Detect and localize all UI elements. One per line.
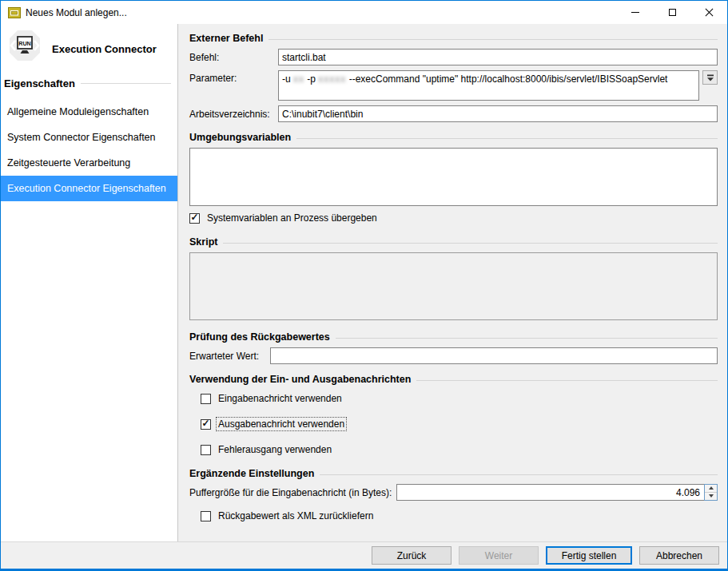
puffergroesse-spinner: [396, 484, 718, 501]
ausgabenachricht-checkbox-row: ✓ Ausgabenachricht verwenden: [201, 417, 718, 431]
zurueck-button[interactable]: Zurück: [372, 546, 452, 565]
spinner-down-button[interactable]: [705, 493, 717, 501]
group-skript: Skript: [189, 236, 718, 248]
main-panel: Externer Befehl Befehl: Parameter: -u xx…: [178, 24, 727, 541]
group-title: Skript: [189, 236, 217, 248]
group-rule: [269, 39, 718, 40]
parameter-label: Parameter:: [189, 73, 278, 84]
group-title: Verwendung der Ein- und Ausgabenachricht…: [189, 374, 411, 385]
weiter-button: Weiter: [459, 546, 539, 565]
group-rule: [223, 243, 718, 244]
parameter-input[interactable]: -u xx -p xxxxx --execCommand "uptime" ht…: [278, 70, 699, 101]
maximize-icon: [669, 9, 676, 16]
sidebar-section-header: Eigenschaften: [1, 69, 177, 91]
puffergroesse-row: Puffergröße für die Eingabenachricht (in…: [189, 484, 718, 501]
erwarteter-wert-row: Erwarteter Wert:: [189, 347, 718, 364]
redacted-username: xx: [293, 73, 304, 85]
sidebar-section-rule: [81, 83, 171, 84]
checkmark-icon: ✓: [201, 419, 209, 428]
ausgabenachricht-checkbox-label: Ausgabenachricht verwenden: [216, 417, 347, 431]
group-rule: [320, 474, 718, 475]
up-arrow-icon: [709, 486, 714, 490]
checkmark-icon: ✓: [190, 213, 198, 222]
rueckgabewert-xml-checkbox-row: Rückgabewert als XML zurückliefern: [201, 509, 718, 523]
erwarteter-wert-input[interactable]: [270, 347, 718, 364]
window-title: Neues Modul anlegen...: [26, 7, 617, 18]
group-pruefung-rueckgabewert: Prüfung des Rückgabewertes: [189, 331, 718, 343]
group-rule: [416, 380, 718, 381]
expand-dropdown-icon: [706, 74, 714, 81]
rueckgabewert-xml-checkbox[interactable]: [201, 511, 211, 521]
group-rule: [296, 138, 718, 139]
ausgabenachricht-checkbox[interactable]: ✓: [201, 419, 211, 430]
sidebar-item-zeitgesteuerte-verarbeitung[interactable]: Zeitgesteuerte Verarbeitung: [1, 150, 177, 176]
group-rule: [336, 338, 718, 339]
sidebar-section-title: Eigenschaften: [4, 77, 75, 89]
svg-text:RUN: RUN: [18, 40, 31, 47]
puffergroesse-input[interactable]: [396, 484, 704, 501]
parameter-row: Parameter: -u xx -p xxxxx --execCommand …: [189, 70, 718, 101]
maximize-button[interactable]: [654, 1, 690, 24]
systemvariablen-checkbox[interactable]: ✓: [189, 213, 200, 224]
redacted-password: xxxxx: [318, 73, 346, 85]
parameter-mid: -p: [304, 73, 318, 85]
eingabenachricht-checkbox-row: Eingabenachricht verwenden: [201, 391, 718, 406]
dialog-window: Neues Modul anlegen... RUN Execu: [0, 0, 728, 571]
abbrechen-button[interactable]: Abbrechen: [639, 546, 719, 565]
sidebar-nav: Allgemeine Moduleigenschaften System Con…: [1, 99, 177, 201]
group-title: Externer Befehl: [189, 33, 263, 44]
close-button[interactable]: [690, 1, 727, 24]
module-title: Execution Connector: [52, 43, 157, 55]
skript-textarea: [189, 252, 718, 320]
systemvariablen-checkbox-row: ✓ Systemvariablen an Prozess übergeben: [189, 211, 718, 225]
module-header: RUN Execution Connector: [1, 28, 177, 69]
group-externer-befehl: Externer Befehl: [189, 33, 718, 44]
sidebar: RUN Execution Connector Eigenschaften Al…: [1, 24, 178, 541]
run-connector-icon: RUN: [7, 28, 42, 69]
fehlerausgang-checkbox-label: Fehlerausgang verwenden: [216, 442, 334, 457]
group-title: Umgebungsvariablen: [189, 132, 291, 143]
down-arrow-icon: [709, 494, 714, 498]
befehl-input[interactable]: [278, 49, 718, 65]
module-window-icon: [8, 6, 21, 19]
parameter-prefix: -u: [282, 73, 293, 85]
arbeitsverzeichnis-input[interactable]: [278, 105, 718, 122]
group-umgebungsvariablen: Umgebungsvariablen: [189, 132, 718, 143]
erwarteter-wert-label: Erwarteter Wert:: [189, 351, 270, 362]
spinner-up-button[interactable]: [705, 485, 717, 493]
group-verwendung-nachrichten: Verwendung der Ein- und Ausgabenachricht…: [189, 374, 718, 385]
arbeitsverzeichnis-label: Arbeitsverzeichnis:: [189, 109, 278, 120]
group-title: Ergänzende Einstellungen: [189, 468, 314, 479]
spinner-buttons: [704, 484, 718, 501]
arbeitsverzeichnis-row: Arbeitsverzeichnis:: [189, 105, 718, 122]
group-title: Prüfung des Rückgabewertes: [189, 331, 330, 343]
minimize-icon: [631, 12, 639, 13]
footer-button-bar: Zurück Weiter Fertig stellen Abbrechen: [1, 541, 727, 569]
eingabenachricht-checkbox[interactable]: [201, 394, 211, 404]
minimize-button[interactable]: [617, 1, 654, 24]
fehlerausgang-checkbox-row: Fehlerausgang verwenden: [201, 442, 718, 457]
parameter-expand-button[interactable]: [702, 70, 718, 85]
fertig-stellen-button[interactable]: Fertig stellen: [546, 546, 632, 565]
close-icon: [705, 8, 714, 17]
eingabenachricht-checkbox-label: Eingabenachricht verwenden: [216, 391, 344, 406]
rueckgabewert-xml-checkbox-label: Rückgabewert als XML zurückliefern: [216, 509, 376, 523]
umgebungsvariablen-textarea[interactable]: [189, 148, 718, 206]
parameter-suffix: --execCommand "uptime" http://localhost:…: [346, 73, 667, 85]
sidebar-item-allgemeine-moduleigenschaften[interactable]: Allgemeine Moduleigenschaften: [1, 99, 177, 125]
sidebar-item-execution-connector-eigenschaften[interactable]: Execution Connector Eigenschaften: [1, 176, 177, 201]
group-ergaenzende-einstellungen: Ergänzende Einstellungen: [189, 468, 718, 479]
befehl-label: Befehl:: [189, 52, 278, 63]
title-bar: Neues Modul anlegen...: [1, 1, 727, 24]
fehlerausgang-checkbox[interactable]: [201, 445, 211, 455]
sidebar-item-system-connector-eigenschaften[interactable]: System Connector Eigenschaften: [1, 125, 177, 150]
puffergroesse-label: Puffergröße für die Eingabenachricht (in…: [189, 487, 392, 498]
systemvariablen-checkbox-label: Systemvariablen an Prozess übergeben: [205, 211, 380, 225]
befehl-row: Befehl:: [189, 49, 718, 65]
